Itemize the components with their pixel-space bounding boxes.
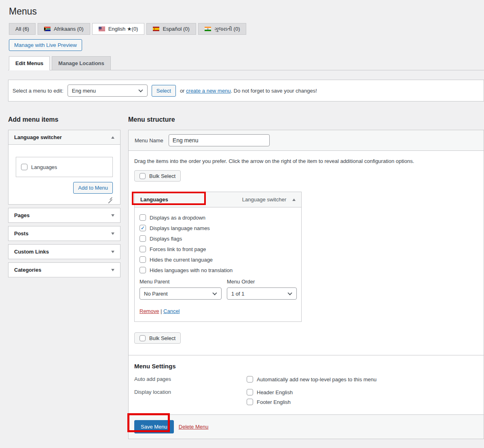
menu-order-label: Menu Order xyxy=(227,279,297,285)
menu-parent-select[interactable]: No Parent xyxy=(139,287,222,300)
settings-divider xyxy=(129,355,484,355)
drag-instructions: Drag the items into the order you prefer… xyxy=(134,158,478,164)
menus-admin-page: Menus All (6) Afrikaans (0) English ★(0)… xyxy=(0,0,484,439)
create-new-menu-link[interactable]: create a new menu xyxy=(186,88,231,94)
language-switcher-panel-body: Languages Add to Menu xyxy=(8,145,120,204)
delete-menu-link[interactable]: Delete Menu xyxy=(179,424,209,430)
languages-item-checkbox[interactable] xyxy=(21,164,27,170)
tab-manage-locations[interactable]: Manage Locations xyxy=(52,56,110,70)
displays-as-dropdown-checkbox[interactable] xyxy=(139,214,146,221)
menu-structure-heading: Menu structure xyxy=(128,111,484,123)
displays-language-names-checkbox[interactable] xyxy=(139,225,146,231)
menu-item-title: Languages xyxy=(140,197,168,203)
option-row: Hides the current language xyxy=(139,256,296,263)
languages-menu-item: Languages Language switcher Displays as … xyxy=(134,192,302,322)
add-menu-items-heading: Add menu items xyxy=(8,111,120,123)
displays-flags-checkbox[interactable] xyxy=(139,235,146,242)
save-menu-footer: Save Menu Delete Menu xyxy=(129,414,484,439)
menu-structure-column: Menu structure Menu Name Drag the items … xyxy=(128,111,484,439)
menu-select-label: Select a menu to edit: xyxy=(13,88,63,94)
pages-accordion-header[interactable]: Pages xyxy=(8,208,120,222)
auto-add-pages-label: Auto add pages xyxy=(134,376,247,382)
option-row: Forces link to front page xyxy=(139,246,296,252)
posts-accordion: Posts xyxy=(8,226,120,241)
language-tab-espanol[interactable]: Español (0) xyxy=(146,23,196,35)
option-row: Hides languages with no translation xyxy=(139,267,296,273)
display-location-label: Display location xyxy=(134,389,247,405)
hides-current-language-checkbox[interactable] xyxy=(139,256,146,263)
menu-item-type-label: Language switcher xyxy=(242,197,286,203)
tab-edit-menus[interactable]: Edit Menus xyxy=(9,56,50,70)
auto-add-pages-row: Auto add pages Automatically add new top… xyxy=(134,376,478,382)
flag-za-icon xyxy=(44,27,51,31)
menu-select-value: Eng menu xyxy=(72,88,96,94)
language-tab-english[interactable]: English ★(0) xyxy=(92,23,145,35)
categories-accordion-header[interactable]: Categories xyxy=(8,263,120,277)
option-row: Displays as a dropdown xyxy=(139,214,296,221)
categories-accordion: Categories xyxy=(8,262,120,277)
languages-menu-item-header[interactable]: Languages Language switcher xyxy=(134,192,302,207)
menu-name-bar: Menu Name xyxy=(129,130,484,151)
language-switcher-checklist: Languages xyxy=(16,157,113,177)
menu-select-dropdown[interactable]: Eng menu xyxy=(68,85,148,97)
collapse-arrow-icon xyxy=(111,136,114,139)
option-row: Displays flags xyxy=(139,235,296,242)
bulk-select-top: Bulk Select xyxy=(134,170,181,182)
manage-live-preview-button[interactable]: Manage with Live Preview xyxy=(9,39,82,51)
header-english-checkbox[interactable] xyxy=(247,389,253,395)
languages-item-label: Languages xyxy=(31,164,57,170)
create-menu-text: or create a new menu. Do not forget to s… xyxy=(180,88,317,94)
collapse-item-arrow-icon[interactable] xyxy=(292,199,296,201)
forces-link-front-page-checkbox[interactable] xyxy=(139,246,146,252)
expand-arrow-icon xyxy=(111,251,114,253)
remove-link[interactable]: Remove xyxy=(139,308,159,314)
language-tab-gujarati[interactable]: ગુજરાતી (0) xyxy=(198,23,247,35)
language-filter-tabs: All (6) Afrikaans (0) English ★(0) Españ… xyxy=(8,23,484,35)
languages-menu-item-body: Displays as a dropdown Displays language… xyxy=(134,207,302,322)
expand-arrow-icon xyxy=(111,232,114,235)
expand-arrow-icon xyxy=(111,214,114,217)
flag-es-icon xyxy=(153,27,159,31)
nav-tabs: Edit Menus Manage Locations xyxy=(8,56,484,70)
menu-select-bar: Select a menu to edit: Eng menu Select o… xyxy=(8,80,484,101)
menu-structure-panel: Menu Name Drag the items into the order … xyxy=(128,130,484,439)
add-to-menu-button[interactable]: Add to Menu xyxy=(73,182,113,194)
language-tab-afrikaans[interactable]: Afrikaans (0) xyxy=(38,23,90,35)
language-switcher-panel: Language switcher Languages Add to Menu xyxy=(8,130,120,205)
posts-accordion-header[interactable]: Posts xyxy=(8,226,120,241)
menu-name-input[interactable] xyxy=(169,134,270,146)
menu-settings-heading: Menu Settings xyxy=(134,363,478,370)
add-menu-items-column: Add menu items Language switcher Languag… xyxy=(8,111,120,281)
menu-parent-field: Menu Parent No Parent xyxy=(139,279,222,300)
option-row: Displays language names xyxy=(139,225,296,231)
pages-accordion: Pages xyxy=(8,208,120,223)
menu-parent-label: Menu Parent xyxy=(139,279,222,285)
menu-order-field: Menu Order 1 of 1 xyxy=(227,279,297,300)
flag-in-icon xyxy=(205,27,211,31)
auto-add-pages-checkbox[interactable] xyxy=(247,376,253,382)
menu-item-actions: Remove | Cancel xyxy=(139,308,296,315)
custom-links-accordion: Custom Links xyxy=(8,244,120,259)
custom-links-accordion-header[interactable]: Custom Links xyxy=(8,245,120,259)
footer-english-checkbox[interactable] xyxy=(247,399,253,405)
flag-us-icon xyxy=(99,27,105,31)
cancel-link[interactable]: Cancel xyxy=(163,308,180,314)
bulk-select-top-checkbox[interactable] xyxy=(139,173,146,179)
hides-no-translation-checkbox[interactable] xyxy=(139,267,146,273)
resize-handle[interactable] xyxy=(107,195,113,200)
page-title: Menus xyxy=(8,0,484,17)
bulk-select-bottom-checkbox[interactable] xyxy=(139,335,146,341)
menu-order-select[interactable]: 1 of 1 xyxy=(227,287,297,300)
menu-name-label: Menu Name xyxy=(135,137,163,144)
language-tab-all[interactable]: All (6) xyxy=(9,23,36,35)
select-menu-button[interactable]: Select xyxy=(152,85,176,97)
expand-arrow-icon xyxy=(111,269,114,271)
display-location-row: Display location Header English Footer E… xyxy=(134,389,478,405)
save-menu-button[interactable]: Save Menu xyxy=(134,420,174,433)
language-switcher-panel-header[interactable]: Language switcher xyxy=(8,130,120,145)
bulk-select-bottom: Bulk Select xyxy=(134,332,181,344)
